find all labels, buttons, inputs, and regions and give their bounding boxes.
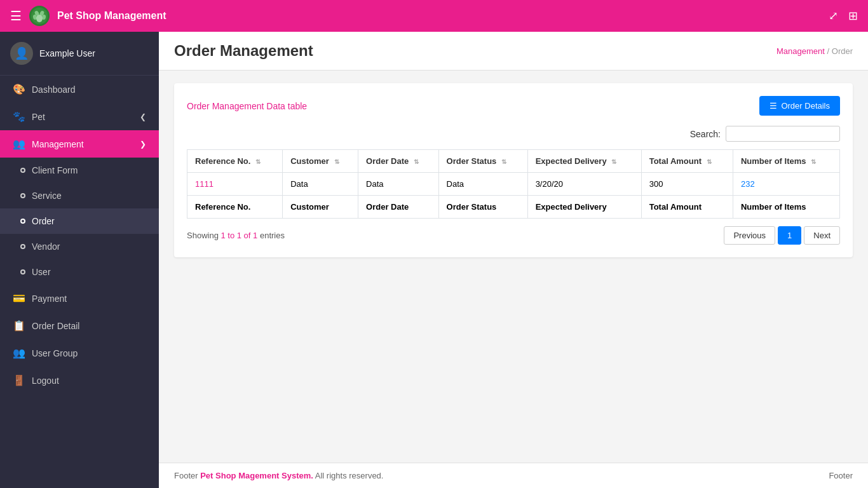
search-label: Search: — [690, 129, 721, 139]
sidebar-item-label: Order — [32, 216, 55, 226]
page-title: Order Management — [174, 42, 313, 60]
top-header: ☰ Pet Shop Management ⤢ ⊞ — [0, 0, 868, 32]
footer-right: Footer — [829, 471, 853, 480]
footer-number-of-items: Number of Items — [733, 196, 839, 219]
col-header-ref-no[interactable]: Reference No. ⇅ — [187, 150, 283, 173]
dot-icon — [20, 168, 25, 173]
user-name: Example User — [39, 48, 95, 58]
sidebar-item-label: Order Detail — [32, 321, 79, 331]
card-title: Order Management Data table — [187, 101, 307, 111]
dashboard-icon: 🎨 — [13, 83, 25, 95]
svg-point-5 — [36, 15, 43, 22]
sidebar-item-management[interactable]: 👥 Management ❯ — [0, 130, 159, 158]
dot-icon — [20, 219, 25, 224]
breadcrumb-separator: / — [827, 46, 832, 56]
sidebar-item-label: Vendor — [32, 241, 60, 252]
footer: Footer Pet Shop Magement System. All rig… — [159, 463, 868, 488]
sidebar-item-order-detail[interactable]: 📋 Order Detail — [0, 312, 159, 339]
footer-suffix: All rights reserved. — [315, 471, 384, 480]
cell-customer: Data — [283, 173, 358, 196]
previous-button[interactable]: Previous — [724, 226, 775, 245]
sidebar-nav: 🎨 Dashboard 🐾 Pet ❮ 👥 Management ❯ Clien… — [0, 76, 159, 488]
breadcrumb-parent[interactable]: Management — [776, 46, 825, 56]
card-header: Order Management Data table ☰ Order Deta… — [187, 96, 840, 116]
dot-icon — [20, 244, 25, 249]
sort-icon: ⇅ — [811, 158, 816, 165]
sort-icon: ⇅ — [414, 158, 419, 165]
logout-icon: 🚪 — [13, 374, 25, 386]
sidebar-item-user-group[interactable]: 👥 User Group — [0, 339, 159, 367]
management-icon: 👥 — [13, 138, 25, 150]
sidebar-item-label: User Group — [32, 348, 78, 358]
sidebar-item-dashboard[interactable]: 🎨 Dashboard — [0, 76, 159, 103]
col-header-total-amount[interactable]: Total Amount ⇅ — [641, 150, 733, 173]
pagination-controls: Previous 1 Next — [724, 226, 840, 245]
showing-text: Showing 1 to 1 of 1 entries — [187, 231, 285, 240]
grid-icon[interactable]: ⊞ — [848, 9, 858, 23]
data-table: Reference No. ⇅ Customer ⇅ Order Date ⇅ … — [187, 149, 840, 219]
sidebar-item-service[interactable]: Service — [0, 183, 159, 208]
sort-icon: ⇅ — [611, 158, 616, 165]
app-logo — [29, 6, 50, 26]
sidebar-item-vendor[interactable]: Vendor — [0, 234, 159, 259]
sidebar-user: 👤 Example User — [0, 32, 159, 76]
chevron-left-icon: ❮ — [140, 112, 146, 121]
sidebar-item-label: Dashboard — [32, 85, 76, 95]
col-header-customer[interactable]: Customer ⇅ — [283, 150, 358, 173]
sidebar-item-label: Payment — [32, 294, 67, 304]
cell-ref-no[interactable]: 1111 — [187, 173, 283, 196]
table-footer-row: Reference No. Customer Order Date Order … — [187, 196, 840, 219]
footer-customer: Customer — [283, 196, 358, 219]
showing-highlight: 1 to 1 of 1 — [220, 231, 257, 240]
collapse-icon[interactable]: ⤢ — [829, 9, 838, 23]
col-header-expected-delivery[interactable]: Expected Delivery ⇅ — [527, 150, 641, 173]
hamburger-icon[interactable]: ☰ — [10, 8, 22, 24]
data-card: Order Management Data table ☰ Order Deta… — [174, 83, 853, 257]
sidebar-item-label: Management — [32, 139, 84, 149]
search-input[interactable] — [726, 126, 840, 142]
cell-number-of-items[interactable]: 232 — [733, 173, 839, 196]
footer-order-date: Order Date — [358, 196, 439, 219]
col-header-order-status[interactable]: Order Status ⇅ — [438, 150, 527, 173]
avatar: 👤 — [10, 42, 33, 65]
sidebar-item-label: Pet — [32, 112, 45, 122]
content: Order Management Management / Order Orde… — [159, 32, 868, 488]
footer-total-amount: Total Amount — [641, 196, 733, 219]
sidebar: 👤 Example User 🎨 Dashboard 🐾 Pet ❮ 👥 Man… — [0, 32, 159, 488]
table-row: 1111 Data Data Data 3/20/20 300 232 — [187, 173, 840, 196]
dot-icon — [20, 269, 25, 274]
list-icon: ☰ — [770, 101, 777, 111]
footer-left: Footer Pet Shop Magement System. All rig… — [174, 471, 383, 480]
sort-icon: ⇅ — [334, 158, 339, 165]
sort-icon: ⇅ — [501, 158, 506, 165]
col-header-order-date[interactable]: Order Date ⇅ — [358, 150, 439, 173]
col-header-number-of-items[interactable]: Number of Items ⇅ — [733, 150, 839, 173]
sidebar-item-label: User — [32, 267, 51, 277]
breadcrumb: Management / Order — [776, 46, 853, 56]
dot-icon — [20, 193, 25, 198]
sidebar-item-order[interactable]: Order — [0, 208, 159, 234]
page-1-button[interactable]: 1 — [778, 226, 801, 245]
cell-order-date: Data — [358, 173, 439, 196]
footer-expected-delivery: Expected Delivery — [527, 196, 641, 219]
main-layout: 👤 Example User 🎨 Dashboard 🐾 Pet ❮ 👥 Man… — [0, 32, 868, 488]
order-details-button[interactable]: ☰ Order Details — [759, 96, 840, 116]
cell-expected-delivery: 3/20/20 — [527, 173, 641, 196]
sidebar-item-logout[interactable]: 🚪 Logout — [0, 367, 159, 394]
chevron-down-icon: ❯ — [140, 140, 146, 149]
sidebar-item-user[interactable]: User — [0, 259, 159, 285]
header-left: ☰ Pet Shop Management — [10, 6, 166, 26]
order-detail-icon: 📋 — [13, 320, 25, 332]
sidebar-item-pet[interactable]: 🐾 Pet ❮ — [0, 103, 159, 130]
footer-ref-no: Reference No. — [187, 196, 283, 219]
header-right: ⤢ ⊞ — [829, 9, 858, 23]
sidebar-item-payment[interactable]: 💳 Payment — [0, 285, 159, 312]
sidebar-item-client-form[interactable]: Client Form — [0, 158, 159, 183]
user-group-icon: 👥 — [13, 347, 25, 359]
sort-icon: ⇅ — [707, 158, 712, 165]
breadcrumb-current: Order — [832, 46, 853, 56]
pagination-bar: Showing 1 to 1 of 1 entries Previous 1 N… — [187, 226, 840, 245]
next-button[interactable]: Next — [804, 226, 840, 245]
footer-prefix: Footer — [174, 471, 200, 480]
cell-total-amount: 300 — [641, 173, 733, 196]
